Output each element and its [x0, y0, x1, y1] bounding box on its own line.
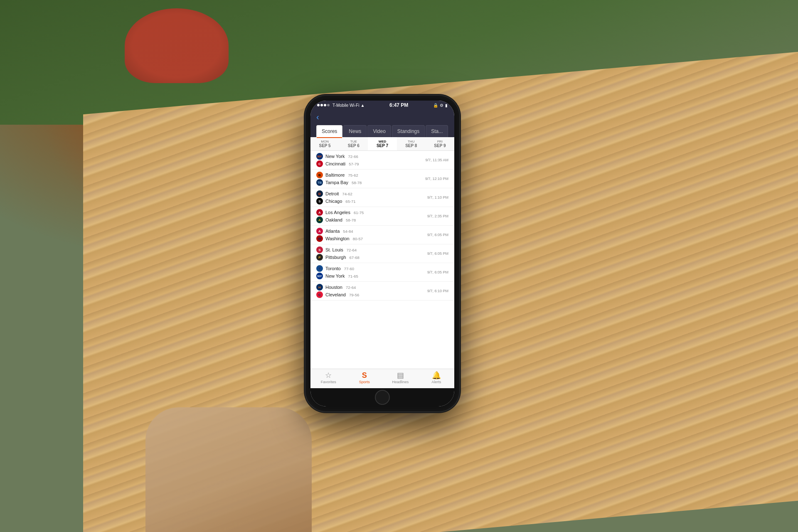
team2-line: A Oakland 58-78: [316, 217, 424, 223]
team1-name: Baltimore: [325, 172, 345, 177]
sports-icon: S: [362, 372, 367, 379]
game-row[interactable]: T Toronto 77-60 NY New York 71-65 9/7, 6…: [310, 263, 454, 282]
date-sep9: SEP 9: [427, 143, 453, 148]
team2-name: Oakland: [325, 217, 342, 222]
team2-logo: C: [316, 160, 323, 167]
date-fri[interactable]: FRI SEP 9: [426, 137, 454, 150]
team1-logo: A: [316, 228, 323, 234]
signal-dot-4: [327, 104, 330, 106]
day-mon: MON: [312, 140, 337, 143]
game-pair: A Atlanta 54-84 W Washington 80-57: [316, 228, 424, 242]
tab-video[interactable]: Video: [367, 125, 391, 137]
team2-name: Cincinnati: [325, 161, 345, 166]
day-fri: FRI: [427, 140, 453, 143]
team2-line: P Pittsburgh 67-68: [316, 254, 424, 261]
tab-scores[interactable]: Scores: [316, 125, 342, 137]
date-tue[interactable]: TUE SEP 6: [339, 137, 368, 150]
home-button[interactable]: [375, 390, 390, 405]
tab-stats[interactable]: Sta...: [426, 125, 448, 137]
day-wed: WED: [369, 140, 395, 143]
back-row: ‹: [316, 112, 448, 123]
signal-dot-3: [324, 104, 326, 106]
game-time: 9/7, 1:10 PM: [424, 195, 448, 200]
team1-record: 54-84: [343, 229, 353, 234]
game-row[interactable]: NY New York 72-66 C Cincinnati 57-79 9/7…: [310, 151, 454, 170]
team1-line: D Detroit 74-62: [316, 190, 424, 197]
team2-record: 65-71: [345, 199, 355, 204]
team1-record: 72-66: [348, 154, 358, 159]
team2-record: 58-78: [346, 218, 356, 222]
status-left: T-Mobile Wi-Fi ▲: [317, 103, 365, 108]
tabs-row: Scores News Video Standings Sta...: [316, 125, 448, 137]
game-time: 9/7, 6:05 PM: [424, 251, 448, 256]
date-sep5: SEP 5: [312, 143, 337, 148]
team1-record: 61-75: [354, 210, 364, 215]
team2-record: 58-78: [352, 180, 362, 185]
team2-line: TB Tampa Bay 58-78: [316, 179, 424, 186]
day-thu: THU: [399, 140, 424, 143]
bottom-tab-favorites[interactable]: ☆ Favorites: [310, 372, 347, 384]
phone: T-Mobile Wi-Fi ▲ 6:47 PM 🔒 ⚙ ▮ ‹ Scores …: [305, 96, 459, 411]
team1-line: NY New York 72-66: [316, 153, 424, 160]
favorites-label: Favorites: [321, 380, 336, 384]
tab-standings[interactable]: Standings: [392, 125, 425, 137]
team1-name: Atlanta: [325, 229, 340, 234]
headlines-label: Headlines: [392, 380, 409, 384]
clock: 6:47 PM: [389, 102, 408, 108]
date-thu[interactable]: THU SEP 8: [397, 137, 426, 150]
game-row[interactable]: A Los Angeles 61-75 A Oakland 58-78 9/7,…: [310, 207, 454, 226]
team1-record: 74-62: [342, 192, 352, 196]
team1-line: A Los Angeles 61-75: [316, 209, 424, 216]
team2-name: Chicago: [325, 199, 342, 204]
game-time: 9/7, 6:05 PM: [424, 270, 448, 274]
game-pair: D Detroit 74-62 S Chicago 65-71: [316, 190, 424, 204]
tab-news[interactable]: News: [343, 125, 367, 137]
hand: [145, 407, 312, 532]
game-row[interactable]: S St. Louis 72-64 P Pittsburgh 67-68 9/7…: [310, 244, 454, 263]
lock-icon: 🔒: [433, 103, 438, 108]
team2-line: C Cincinnati 57-79: [316, 160, 424, 167]
team1-logo: NY: [316, 153, 323, 160]
battery-icon: ▮: [445, 103, 448, 108]
game-row[interactable]: H Houston 72-64 C Cleveland 79-56 9/7, 6…: [310, 282, 454, 300]
date-mon[interactable]: MON SEP 5: [310, 137, 339, 150]
sports-label: Sports: [359, 380, 370, 384]
team2-record: 71-65: [348, 274, 358, 278]
back-button[interactable]: ‹: [316, 112, 319, 122]
bottom-tab-headlines[interactable]: ▤ Headlines: [382, 372, 419, 384]
phone-wrapper: T-Mobile Wi-Fi ▲ 6:47 PM 🔒 ⚙ ▮ ‹ Scores …: [305, 96, 459, 411]
date-wed[interactable]: WED SEP 7: [368, 137, 397, 150]
carrier-label: T-Mobile Wi-Fi: [332, 103, 359, 108]
date-sep7: SEP 7: [369, 143, 395, 148]
team2-logo: A: [316, 217, 323, 223]
bottom-tab-bar: ☆ Favorites S Sports ▤ Headlines 🔔 Alert…: [310, 369, 454, 388]
game-row[interactable]: A Atlanta 54-84 W Washington 80-57 9/7, …: [310, 226, 454, 244]
date-sep6: SEP 6: [341, 143, 366, 148]
game-time: 9/7, 2:35 PM: [424, 214, 448, 218]
bottom-tab-sports[interactable]: S Sports: [347, 372, 383, 384]
team2-name: Cleveland: [325, 292, 346, 297]
phone-screen: T-Mobile Wi-Fi ▲ 6:47 PM 🔒 ⚙ ▮ ‹ Scores …: [310, 101, 454, 406]
team1-logo: T: [316, 265, 323, 272]
game-time: 9/7, 6:05 PM: [424, 233, 448, 237]
app-header: ‹ Scores News Video Standings Sta...: [310, 110, 454, 137]
status-bar: T-Mobile Wi-Fi ▲ 6:47 PM 🔒 ⚙ ▮: [310, 101, 454, 110]
home-indicator: [310, 388, 454, 406]
wifi-icon: ▲: [360, 103, 365, 108]
settings-icon: ⚙: [440, 103, 443, 108]
team1-line: T Toronto 77-60: [316, 265, 424, 272]
team1-logo: S: [316, 246, 323, 253]
game-row[interactable]: B Baltimore 75-62 TB Tampa Bay 58-78 9/7…: [310, 170, 454, 188]
team2-line: NY New York 71-65: [316, 273, 424, 279]
team1-record: 72-64: [346, 285, 356, 290]
team1-record: 72-64: [347, 248, 357, 252]
game-pair: A Los Angeles 61-75 A Oakland 58-78: [316, 209, 424, 223]
game-time: 9/7, 6:10 PM: [424, 289, 448, 293]
team1-line: H Houston 72-64: [316, 284, 424, 291]
bottom-tab-alerts[interactable]: 🔔 Alerts: [419, 372, 455, 384]
game-row[interactable]: D Detroit 74-62 S Chicago 65-71 9/7, 1:1…: [310, 188, 454, 207]
team2-line: S Chicago 65-71: [316, 198, 424, 204]
game-pair: B Baltimore 75-62 TB Tampa Bay 58-78: [316, 172, 424, 186]
status-icons: 🔒 ⚙ ▮: [433, 103, 448, 108]
team2-logo: S: [316, 198, 323, 204]
